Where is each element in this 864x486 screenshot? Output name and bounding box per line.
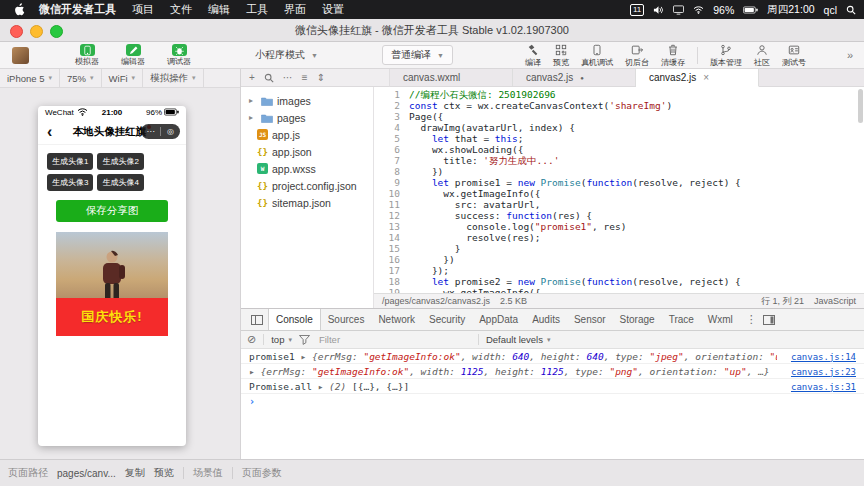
capsule-home-button[interactable]: ◎ bbox=[161, 124, 180, 139]
share-image-preview[interactable]: 国庆快乐! bbox=[56, 232, 168, 336]
code-line-10[interactable]: 10 wx.getImageInfo({ bbox=[374, 188, 864, 199]
panels-icon[interactable] bbox=[251, 315, 263, 325]
close-tab-icon[interactable]: × bbox=[703, 72, 709, 83]
generate-avatar-button-4[interactable]: 生成头像4 bbox=[97, 174, 143, 191]
editor-tab-canvas-wxml-0[interactable]: canvas.wxml bbox=[390, 69, 513, 86]
toolbar-overflow-button[interactable]: » bbox=[847, 49, 852, 61]
simulator-button[interactable]: 模拟器 bbox=[69, 44, 105, 66]
preview-button[interactable]: 预览 bbox=[547, 44, 575, 67]
scene-value-label[interactable]: 场景值 bbox=[193, 466, 223, 480]
generate-avatar-button-1[interactable]: 生成头像1 bbox=[47, 153, 93, 170]
dock-side-icon[interactable] bbox=[763, 315, 775, 325]
code-line-3[interactable]: 3Page({ bbox=[374, 111, 864, 122]
real-device-debug-button[interactable]: 真机调试 bbox=[575, 44, 619, 67]
code-line-16[interactable]: 16 }) bbox=[374, 254, 864, 265]
minimize-window-button[interactable] bbox=[30, 25, 43, 38]
expand-caret-icon[interactable]: ▸ bbox=[249, 366, 260, 377]
user-avatar[interactable] bbox=[12, 47, 29, 64]
apple-menu[interactable] bbox=[8, 3, 31, 16]
code-line-18[interactable]: 18 let promise2 = new Promise(function(r… bbox=[374, 276, 864, 287]
capsule-more-button[interactable]: ⋯ bbox=[141, 124, 160, 139]
menubar-item-5[interactable]: 界面 bbox=[276, 2, 314, 17]
search-files-icon[interactable] bbox=[264, 73, 274, 83]
menubar-item-2[interactable]: 文件 bbox=[162, 2, 200, 17]
devtools-tab-wxml[interactable]: Wxml bbox=[701, 309, 740, 330]
menubar-item-0[interactable]: 微信开发者工具 bbox=[31, 2, 124, 17]
devtools-tab-network[interactable]: Network bbox=[371, 309, 422, 330]
devtools-tab-audits[interactable]: Audits bbox=[525, 309, 567, 330]
program-mode-select[interactable]: 小程序模式▼ bbox=[249, 46, 324, 64]
clear-console-icon[interactable]: ⊘ bbox=[247, 334, 256, 345]
devtools-tab-sensor[interactable]: Sensor bbox=[567, 309, 613, 330]
console-source-link[interactable]: canvas.js:23 bbox=[791, 367, 856, 377]
code-line-2[interactable]: 2const ctx = wx.createCanvasContext('sha… bbox=[374, 100, 864, 111]
console-filter-input[interactable] bbox=[317, 333, 471, 346]
preview-path-button[interactable]: 预览 bbox=[154, 466, 174, 480]
menubar-user[interactable]: qcl bbox=[824, 4, 837, 16]
menu-icon[interactable]: ≡ bbox=[302, 73, 308, 83]
menubar-item-4[interactable]: 工具 bbox=[238, 2, 276, 17]
tree-item-app-wxss[interactable]: Wapp.wxss bbox=[241, 160, 373, 177]
code-line-6[interactable]: 6 wx.showLoading({ bbox=[374, 144, 864, 155]
code-line-17[interactable]: 17 }); bbox=[374, 265, 864, 276]
devtools-tab-security[interactable]: Security bbox=[422, 309, 472, 330]
code-line-14[interactable]: 14 resolve(res); bbox=[374, 232, 864, 243]
wifi-icon[interactable] bbox=[693, 5, 704, 14]
expand-caret-icon[interactable]: ▸ bbox=[318, 381, 329, 392]
devtools-tab-sources[interactable]: Sources bbox=[321, 309, 372, 330]
simulate-action-select[interactable]: 模拟操作▾ bbox=[143, 69, 204, 87]
editor-scrollbar-thumb[interactable] bbox=[858, 89, 863, 123]
code-line-7[interactable]: 7 title: '努力生成中...' bbox=[374, 155, 864, 166]
code-line-11[interactable]: 11 src: avatarUrl, bbox=[374, 199, 864, 210]
tree-item-images[interactable]: ▸images bbox=[241, 92, 373, 109]
spotlight-search-icon[interactable] bbox=[846, 5, 856, 15]
tree-item-project-config-json[interactable]: {}project.config.json bbox=[241, 177, 373, 194]
zoom-select[interactable]: 75%▾ bbox=[60, 69, 102, 87]
page-params-label[interactable]: 页面参数 bbox=[242, 466, 282, 480]
menubar-item-3[interactable]: 编辑 bbox=[200, 2, 238, 17]
clear-cache-button[interactable]: 清缓存 bbox=[655, 44, 691, 67]
compile-mode-select[interactable]: 普通编译▼ bbox=[382, 45, 453, 65]
version-control-button[interactable]: 版本管理 bbox=[704, 44, 748, 67]
code-line-12[interactable]: 12 success: function(res) { bbox=[374, 210, 864, 221]
language-mode[interactable]: JavaScript bbox=[814, 296, 856, 306]
generate-avatar-button-3[interactable]: 生成头像3 bbox=[47, 174, 93, 191]
code-line-5[interactable]: 5 let that = this; bbox=[374, 133, 864, 144]
editor-tab-canvas2-js-2[interactable]: canvas2.js× bbox=[636, 69, 759, 87]
test-account-button[interactable]: 测试号 bbox=[776, 44, 812, 67]
tree-item-app-json[interactable]: {}app.json bbox=[241, 143, 373, 160]
code-line-19[interactable]: 19 wx.getImageInfo({ bbox=[374, 287, 864, 293]
chevron-right-icon[interactable]: ▸ bbox=[249, 113, 257, 122]
devtools-more-icon[interactable]: ⋮ bbox=[746, 313, 757, 326]
log-level-select[interactable]: Default levels▾ bbox=[486, 334, 551, 345]
menubar-item-6[interactable]: 设置 bbox=[314, 2, 352, 17]
code-line-13[interactable]: 13 console.log("promise1", res) bbox=[374, 221, 864, 232]
code-line-8[interactable]: 8 }) bbox=[374, 166, 864, 177]
copy-path-button[interactable]: 复制 bbox=[125, 466, 145, 480]
generate-avatar-button-2[interactable]: 生成头像2 bbox=[97, 153, 143, 170]
volume-icon[interactable] bbox=[653, 5, 664, 15]
compile-button[interactable]: 编译 bbox=[519, 44, 547, 67]
switch-background-button[interactable]: 切后台 bbox=[619, 44, 655, 67]
expand-caret-icon[interactable]: ▸ bbox=[300, 351, 311, 362]
editor-tab-canvas2-js-1[interactable]: canvas2.js● bbox=[513, 69, 636, 86]
zoom-window-button[interactable] bbox=[50, 25, 63, 38]
calendar-badge-icon[interactable]: 11 bbox=[630, 4, 644, 16]
menubar-item-1[interactable]: 项目 bbox=[124, 2, 162, 17]
cursor-position[interactable]: 行 1, 列 21 bbox=[761, 295, 804, 308]
network-select[interactable]: WiFi▾ bbox=[102, 69, 144, 87]
code-area[interactable]: 1//编程小石头微信: 25019026962const ctx = wx.cr… bbox=[374, 87, 864, 293]
more-options-icon[interactable]: ⋯ bbox=[283, 73, 293, 83]
code-line-1[interactable]: 1//编程小石头微信: 2501902696 bbox=[374, 89, 864, 100]
console-prompt[interactable]: › bbox=[241, 394, 864, 409]
collapse-tree-icon[interactable]: ⇕ bbox=[317, 73, 325, 83]
device-select[interactable]: iPhone 5▾ bbox=[0, 69, 60, 87]
close-window-button[interactable] bbox=[10, 25, 23, 38]
add-file-icon[interactable]: + bbox=[249, 73, 255, 83]
code-line-9[interactable]: 9 let promise1 = new Promise(function(re… bbox=[374, 177, 864, 188]
devtools-tab-appdata[interactable]: AppData bbox=[472, 309, 525, 330]
community-button[interactable]: 社区 bbox=[748, 44, 776, 67]
debugger-button[interactable]: 调试器 bbox=[161, 44, 197, 66]
tree-item-pages[interactable]: ▸pages bbox=[241, 109, 373, 126]
chevron-right-icon[interactable]: ▸ bbox=[249, 96, 257, 105]
